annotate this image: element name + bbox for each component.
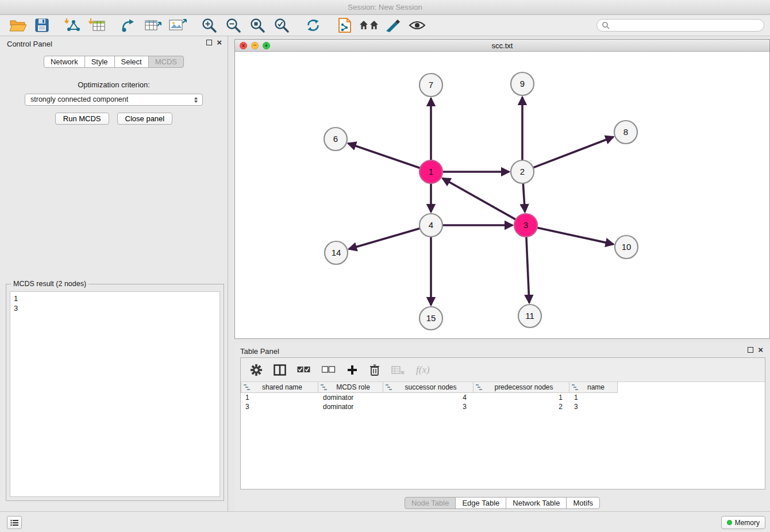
cell-name[interactable]: 3 bbox=[569, 403, 618, 411]
tab-motifs[interactable]: Motifs bbox=[566, 497, 600, 509]
zoom-out-button[interactable] bbox=[221, 16, 245, 34]
network-canvas[interactable]: 1234678910111415 bbox=[235, 52, 769, 338]
control-panel-header: Control Panel × bbox=[0, 36, 228, 51]
open-network-file-button[interactable] bbox=[333, 16, 357, 34]
column-header-name[interactable]: name bbox=[569, 382, 618, 393]
tab-network-table[interactable]: Network Table bbox=[506, 497, 567, 509]
graph-edge-4-14[interactable] bbox=[349, 229, 420, 249]
zoom-selected-button[interactable] bbox=[270, 16, 294, 34]
cell-shared-name[interactable]: 1 bbox=[241, 394, 318, 402]
graph-node-7[interactable]: 7 bbox=[419, 74, 442, 97]
column-type-icon bbox=[386, 384, 392, 390]
cell-predecessor-nodes[interactable]: 2 bbox=[473, 403, 569, 411]
tab-network[interactable]: Network bbox=[44, 56, 85, 68]
import-table-button[interactable] bbox=[86, 16, 110, 34]
graph-edge-1-6[interactable] bbox=[348, 143, 420, 168]
graph-node-9[interactable]: 9 bbox=[511, 72, 534, 95]
window-titlebar: Session: New Session bbox=[0, 0, 770, 15]
function-builder-button[interactable]: f(x) bbox=[416, 364, 430, 376]
graph-node-8[interactable]: 8 bbox=[614, 121, 637, 144]
column-header-successor-nodes[interactable]: successor nodes bbox=[383, 382, 473, 393]
show-columns-button[interactable] bbox=[274, 364, 286, 376]
paint-style-button[interactable] bbox=[381, 16, 405, 34]
graph-node-6[interactable]: 6 bbox=[324, 128, 347, 151]
close-window-icon[interactable] bbox=[240, 42, 247, 49]
close-panel-icon[interactable]: × bbox=[217, 40, 222, 45]
zoom-in-button[interactable] bbox=[197, 16, 221, 34]
delete-column-button[interactable] bbox=[369, 364, 380, 376]
export-image-button[interactable] bbox=[165, 16, 190, 34]
unchecked-boxes-icon bbox=[322, 366, 336, 373]
deselect-all-columns-button[interactable] bbox=[322, 366, 336, 373]
criterion-dropdown[interactable]: strongly connected component bbox=[25, 94, 203, 106]
svg-text:9: 9 bbox=[520, 79, 525, 88]
export-network-button[interactable] bbox=[117, 16, 141, 34]
column-type-icon bbox=[244, 384, 250, 390]
cell-successor-nodes[interactable]: 3 bbox=[383, 403, 473, 411]
column-header-mcds-role[interactable]: MCDS role bbox=[318, 382, 383, 393]
tab-style[interactable]: Style bbox=[84, 56, 115, 68]
graph-edge-3-1[interactable] bbox=[442, 178, 516, 219]
task-history-button[interactable] bbox=[7, 516, 22, 529]
delete-table-button[interactable] bbox=[391, 365, 405, 375]
export-table-button[interactable] bbox=[141, 16, 165, 34]
graph-node-15[interactable]: 15 bbox=[419, 307, 442, 330]
graph-node-4[interactable]: 4 bbox=[419, 214, 442, 237]
cell-successor-nodes[interactable]: 4 bbox=[383, 394, 473, 402]
zoom-fit-button[interactable] bbox=[245, 16, 270, 34]
table-panel-title: Table Panel bbox=[240, 347, 279, 356]
close-table-panel-icon[interactable]: × bbox=[758, 347, 763, 353]
add-column-button[interactable] bbox=[346, 364, 358, 376]
table-row[interactable]: 1 dominator 4 1 1 bbox=[241, 393, 765, 402]
table-row[interactable]: 3 dominator 3 2 3 bbox=[241, 402, 765, 411]
graph-node-3[interactable]: 3 bbox=[514, 214, 537, 237]
close-panel-button[interactable]: Close panel bbox=[117, 113, 173, 125]
column-header-shared-name[interactable]: shared name bbox=[241, 382, 318, 393]
graph-node-1[interactable]: 1 bbox=[419, 160, 442, 183]
zoom-selected-icon bbox=[274, 17, 290, 33]
network-graph[interactable]: 1234678910111415 bbox=[235, 52, 769, 338]
open-session-button[interactable] bbox=[6, 16, 30, 34]
zoom-in-icon bbox=[201, 17, 217, 33]
houses-icon bbox=[359, 19, 379, 32]
toggle-visibility-button[interactable] bbox=[405, 16, 429, 34]
graph-node-2[interactable]: 2 bbox=[511, 160, 534, 183]
cell-mcds-role[interactable]: dominator bbox=[318, 394, 383, 402]
network-window-titlebar[interactable]: scc.txt bbox=[235, 40, 769, 52]
float-table-panel-icon[interactable] bbox=[748, 347, 753, 353]
search-field[interactable] bbox=[596, 19, 764, 32]
graph-node-14[interactable]: 14 bbox=[325, 241, 348, 264]
memory-button[interactable]: Memory bbox=[721, 516, 765, 529]
minimize-window-icon[interactable] bbox=[251, 42, 259, 49]
graph-edge-3-10[interactable] bbox=[537, 228, 614, 244]
search-input[interactable] bbox=[613, 21, 759, 29]
graph-node-11[interactable]: 11 bbox=[518, 304, 541, 327]
import-network-button[interactable] bbox=[61, 16, 86, 34]
graph-node-10[interactable]: 10 bbox=[615, 236, 638, 259]
tab-edge-table[interactable]: Edge Table bbox=[455, 497, 506, 509]
delete-table-icon bbox=[391, 365, 405, 375]
cell-name[interactable]: 1 bbox=[569, 394, 618, 402]
mcds-result-list[interactable]: 1 3 bbox=[10, 291, 220, 497]
cell-mcds-role[interactable]: dominator bbox=[318, 403, 383, 411]
tab-mcds[interactable]: MCDS bbox=[148, 56, 184, 68]
column-header-predecessor-nodes[interactable]: predecessor nodes bbox=[473, 382, 569, 393]
float-panel-icon[interactable] bbox=[206, 40, 212, 45]
cell-predecessor-nodes[interactable]: 1 bbox=[473, 394, 569, 402]
run-mcds-button[interactable]: Run MCDS bbox=[55, 113, 109, 125]
select-all-columns-button[interactable] bbox=[297, 366, 311, 373]
graph-edge-2-8[interactable] bbox=[533, 137, 614, 168]
apply-layout-button[interactable] bbox=[301, 16, 325, 34]
save-session-button[interactable] bbox=[30, 16, 54, 34]
tab-node-table[interactable]: Node Table bbox=[405, 497, 456, 509]
zoom-window-icon[interactable] bbox=[263, 42, 270, 49]
trash-icon bbox=[369, 364, 380, 376]
graph-edge-3-11[interactable] bbox=[526, 237, 529, 303]
graph-edge-2-3[interactable] bbox=[523, 183, 525, 212]
table-settings-button[interactable] bbox=[250, 364, 263, 376]
home-neighbors-button[interactable] bbox=[357, 16, 381, 34]
cell-shared-name[interactable]: 3 bbox=[241, 403, 318, 411]
svg-text:7: 7 bbox=[429, 80, 433, 90]
table-panel: Table Panel × bbox=[234, 344, 770, 511]
tab-select[interactable]: Select bbox=[114, 56, 149, 68]
